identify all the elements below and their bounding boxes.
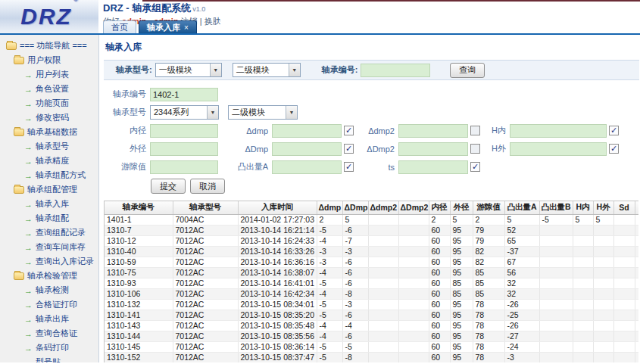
field-checkbox[interactable] xyxy=(470,126,480,135)
table-cell xyxy=(368,299,398,310)
table-row[interactable]: 1310-1417012AC2013-10-15 08:35:20-5-6609… xyxy=(105,310,638,320)
green-arrow-icon: → xyxy=(24,229,33,238)
field-input[interactable] xyxy=(398,142,468,156)
sidebar-item[interactable]: →查询车间库存 xyxy=(5,241,98,254)
field-checkbox[interactable]: ✓ xyxy=(344,144,354,154)
table-row[interactable]: 1310-407012AC2013-10-14 16:33:26-3-36095… xyxy=(105,246,638,257)
sidebar-item[interactable]: →轴承组配方式 xyxy=(5,169,98,182)
column-header[interactable]: 凸出量B xyxy=(539,201,573,214)
table-cell xyxy=(539,267,573,278)
sidebar-root[interactable]: === 功能导航 === xyxy=(5,39,98,52)
table-row[interactable]: 1310-1457012AC2013-10-15 08:36:14-5-5609… xyxy=(105,341,638,352)
field-input[interactable] xyxy=(150,160,218,174)
sidebar-item[interactable]: →查询合格证 xyxy=(5,327,98,340)
submit-button[interactable]: 提交 xyxy=(151,179,186,194)
column-header[interactable]: 轴承型号 xyxy=(173,201,238,214)
sidebar-item[interactable]: →查询组配记录 xyxy=(5,226,98,239)
column-header[interactable]: Sd xyxy=(613,201,635,214)
table-row[interactable]: 1310-1527012AC2013-10-15 08:37:47-5-8609… xyxy=(105,352,638,362)
sidebar-item[interactable]: →条码打印 xyxy=(5,341,98,354)
column-header[interactable]: 凸出量A xyxy=(504,201,539,214)
table-cell: 78 xyxy=(473,352,504,362)
table-row[interactable]: 1310-127012AC2013-10-14 16:24:33-4-76095… xyxy=(105,235,638,246)
search-serial-input[interactable] xyxy=(361,64,430,77)
field-input[interactable] xyxy=(272,160,342,174)
field-checkbox[interactable]: ✓ xyxy=(344,162,354,172)
sidebar-item[interactable]: →功能页面 xyxy=(5,97,98,110)
field-input[interactable] xyxy=(510,142,607,156)
sidebar-item[interactable]: →合格证打印 xyxy=(5,298,98,311)
field-checkbox[interactable]: ✓ xyxy=(609,144,619,154)
table-cell xyxy=(573,320,593,331)
column-header[interactable]: H内 xyxy=(573,201,593,214)
table-row[interactable]: 1310-77012AC2013-10-14 16:21:14-5-660957… xyxy=(105,225,638,235)
query-button[interactable]: 查询 xyxy=(450,63,485,78)
table-cell xyxy=(573,299,593,310)
table-cell: -5 xyxy=(342,341,368,352)
table-row[interactable]: 1310-1327012AC2013-10-15 08:34:01-5-3609… xyxy=(105,299,638,310)
sidebar-item[interactable]: →轴承组配 xyxy=(5,212,98,225)
sidebar-item[interactable]: →轴承出库 xyxy=(5,313,98,325)
cancel-button[interactable]: 取消 xyxy=(190,179,225,194)
sidebar-item[interactable]: →轴承检测 xyxy=(5,284,98,297)
form-module-select[interactable]: 二级模块▼ xyxy=(228,105,298,120)
sidebar-item[interactable]: →用户列表 xyxy=(5,68,98,81)
column-header[interactable]: 游隙值 xyxy=(473,201,504,214)
sidebar-item[interactable]: →型号贴 xyxy=(5,356,98,362)
green-arrow-icon: → xyxy=(24,70,33,79)
column-header[interactable]: 入库时间 xyxy=(238,201,317,214)
field-checkbox[interactable] xyxy=(470,144,480,154)
form-serial-input[interactable] xyxy=(150,88,218,101)
field-input[interactable] xyxy=(150,142,218,156)
table-cell xyxy=(573,246,593,257)
table-cell xyxy=(593,341,613,352)
sidebar-tree: 用户权限→用户列表→角色设置→功能页面→修改密码轴承基础数据→轴承型号→轴承精度… xyxy=(5,54,98,362)
column-header[interactable]: ΔDmp xyxy=(342,201,368,214)
module-level2-select[interactable]: 二级模块▼ xyxy=(233,63,301,77)
sidebar-item[interactable]: →修改密码 xyxy=(5,111,98,124)
table-row[interactable]: 1310-597012AC2013-10-14 16:36:16-3-66095… xyxy=(105,257,638,267)
field-input[interactable] xyxy=(272,142,342,156)
table-row[interactable]: 1310-1067012AC2013-10-14 16:42:34-4-8608… xyxy=(105,288,638,299)
field-checkbox[interactable]: ✓ xyxy=(470,162,480,172)
column-header[interactable]: Δdmp xyxy=(317,201,342,214)
table-cell xyxy=(398,352,429,362)
module-level1-select[interactable]: 一级模块▼ xyxy=(155,63,222,77)
sidebar-item[interactable]: →角色设置 xyxy=(5,82,98,95)
tab-close-icon[interactable]: × xyxy=(184,23,189,32)
sidebar-group[interactable]: 轴承检验管理 xyxy=(5,269,98,282)
sidebar-item[interactable]: →轴承精度 xyxy=(5,154,98,167)
column-header[interactable]: 轴承编号 xyxy=(105,201,173,214)
column-header[interactable]: Δdmp2 xyxy=(368,201,398,214)
table-cell: 67 xyxy=(504,257,539,267)
table-row[interactable]: 1310-1447012AC2013-10-15 08:35:56-4-6609… xyxy=(105,331,638,341)
table-cell: 7012AC xyxy=(173,267,238,278)
sidebar-item[interactable]: →轴承入库 xyxy=(5,198,98,210)
column-header[interactable]: H外 xyxy=(593,201,613,214)
tab-home[interactable]: 首页 xyxy=(103,20,136,33)
column-header[interactable]: 外径 xyxy=(450,201,473,214)
sidebar-item[interactable]: →轴承型号 xyxy=(5,140,98,153)
table-row[interactable]: 1310-937012AC2013-10-14 16:41:01-5-66085… xyxy=(105,278,638,288)
tab-bearing-inbound[interactable]: 轴承入库× xyxy=(139,20,197,33)
field-checkbox[interactable]: ✓ xyxy=(609,126,619,135)
field-input[interactable] xyxy=(150,124,218,138)
table-row[interactable]: 1310-1437012AC2013-10-15 08:35:48-4-4609… xyxy=(105,320,638,331)
sidebar-group[interactable]: 轴承组配管理 xyxy=(5,183,98,196)
change-skin-link[interactable]: 换肤 xyxy=(204,17,221,26)
sidebar-group[interactable]: 轴承基础数据 xyxy=(5,126,98,138)
field-input[interactable] xyxy=(398,160,468,174)
table-row[interactable]: 1310-757012AC2013-10-14 16:38:07-4-66095… xyxy=(105,267,638,278)
field-input[interactable] xyxy=(272,124,342,138)
field-input[interactable] xyxy=(398,124,468,138)
column-header[interactable]: ΔDmp2 xyxy=(398,201,429,214)
series-select[interactable]: 2344系列▼ xyxy=(150,105,219,120)
sidebar-item[interactable]: →查询出入库记录 xyxy=(5,255,98,268)
field-checkbox[interactable]: ✓ xyxy=(344,126,354,135)
sidebar-group[interactable]: 用户权限 xyxy=(5,54,98,67)
column-header[interactable]: 内径 xyxy=(429,201,450,214)
table-row[interactable]: 1401-17004AC2014-01-02 17:27:03252525-55… xyxy=(105,214,638,225)
field-input[interactable] xyxy=(510,124,607,138)
column-header[interactable]: SD xyxy=(635,201,638,214)
table-cell xyxy=(398,246,429,257)
